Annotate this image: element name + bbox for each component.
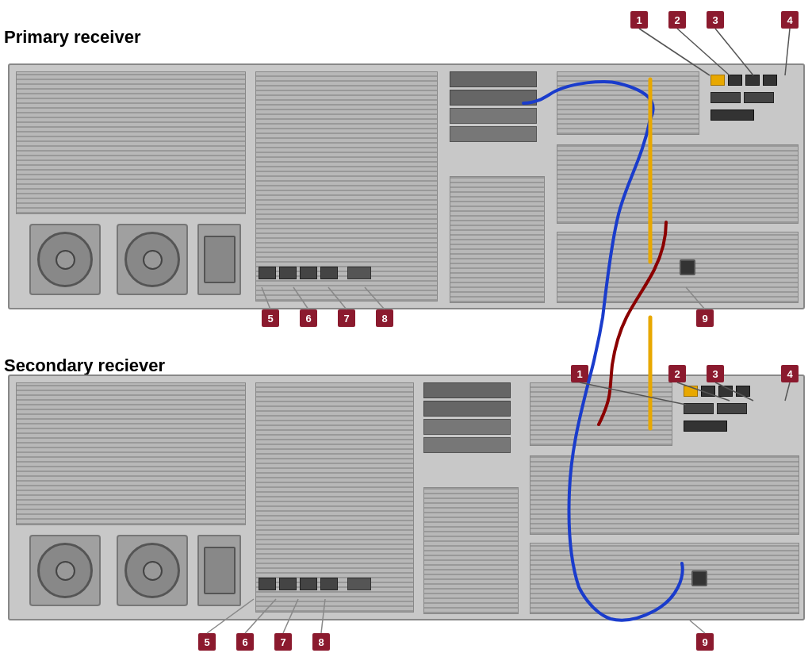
primary-vent-far-right-mid (557, 144, 799, 224)
secondary-badge-7: 7 (274, 633, 292, 651)
primary-badge-4: 4 (781, 11, 799, 29)
primary-badge-5: 5 (262, 309, 279, 327)
secondary-receiver-label: Secondary reciever (4, 355, 165, 376)
secondary-port-row (255, 574, 374, 593)
secondary-callout-9 (690, 620, 705, 633)
secondary-top-right-ports (680, 382, 799, 446)
secondary-badge-5: 5 (198, 633, 216, 651)
primary-right-ports (450, 71, 545, 167)
secondary-fan-3 (197, 535, 241, 606)
secondary-fan-1 (29, 535, 101, 606)
secondary-badge-8: 8 (312, 633, 330, 651)
secondary-badge-9: 9 (696, 633, 714, 651)
secondary-vent-far-right-top (530, 382, 672, 446)
secondary-badge-3: 3 (707, 365, 724, 382)
secondary-server-unit (8, 375, 805, 620)
secondary-vent-right-mid (423, 487, 519, 614)
primary-vent-left (16, 71, 246, 214)
primary-badge-9: 9 (696, 309, 714, 327)
primary-badge-7: 7 (338, 309, 355, 327)
secondary-badge-4: 4 (781, 365, 799, 382)
primary-top-right-ports (707, 71, 799, 135)
secondary-badge-2: 2 (668, 365, 686, 382)
secondary-vent-left (16, 382, 246, 525)
primary-fan-2 (117, 224, 188, 295)
primary-badge-8: 8 (376, 309, 393, 327)
secondary-badge-6: 6 (236, 633, 254, 651)
secondary-fan-2 (117, 535, 188, 606)
secondary-vent-far-right-bot (530, 543, 799, 614)
primary-vent-right-mid (450, 176, 545, 303)
secondary-vent-far-right-mid (530, 455, 799, 535)
primary-port-row (255, 263, 374, 282)
secondary-badge-1: 1 (571, 365, 588, 382)
page-container: Primary receiver (0, 0, 812, 653)
primary-badge-6: 6 (300, 309, 317, 327)
secondary-right-ports (423, 382, 519, 478)
secondary-port-9 (691, 570, 707, 586)
primary-server-unit (8, 63, 805, 309)
primary-receiver-label: Primary receiver (4, 27, 140, 48)
primary-fan-3 (197, 224, 241, 295)
primary-port-9 (680, 259, 695, 275)
primary-vent-far-right-bot (557, 232, 799, 303)
primary-badge-1: 1 (630, 11, 648, 29)
primary-badge-2: 2 (668, 11, 686, 29)
primary-badge-3: 3 (707, 11, 724, 29)
primary-fan-1 (29, 224, 101, 295)
primary-vent-far-right-top (557, 71, 699, 135)
